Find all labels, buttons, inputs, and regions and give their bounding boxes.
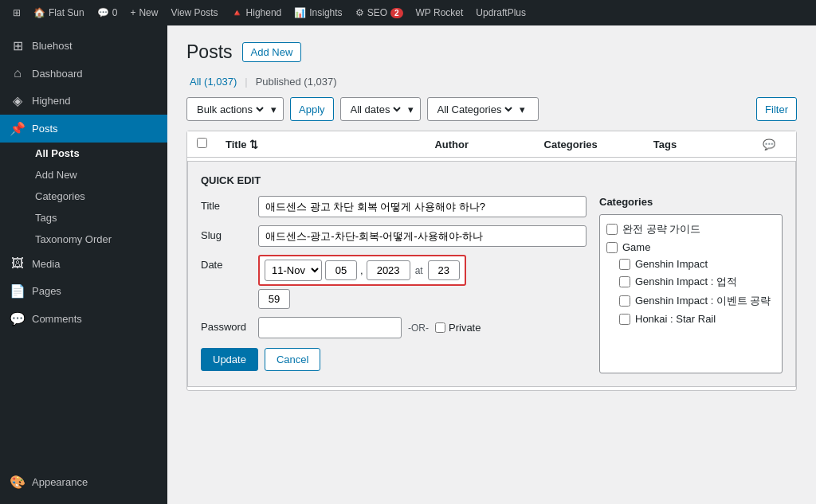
password-input[interactable] — [258, 317, 402, 338]
hour-input[interactable] — [428, 260, 460, 280]
date-inputs: 11-Nov , at — [258, 255, 466, 286]
minutes-input[interactable] — [258, 289, 290, 309]
filter-button[interactable]: Filter — [756, 97, 797, 121]
new-label: New — [139, 7, 158, 18]
slug-input[interactable] — [258, 225, 586, 247]
dates-select[interactable]: All dates — [347, 103, 403, 116]
quick-edit-left: Title Slug Date — [201, 196, 586, 373]
password-controls: -OR- Private — [258, 317, 481, 338]
date-field-label: Date — [201, 255, 249, 271]
sidebar-item-posts[interactable]: 📌 Posts — [0, 115, 167, 143]
date-comma: , — [360, 264, 363, 276]
submenu-taxonomy-order[interactable]: Taxonomy Order — [0, 229, 167, 250]
cat-checkbox-2[interactable] — [619, 259, 630, 270]
insights-label: Insights — [309, 7, 342, 18]
seo-button[interactable]: ⚙ SEO 2 — [349, 0, 410, 25]
categories-sub-label: Categories — [35, 190, 85, 202]
cat-label-3: Genshin Impact : 업적 — [635, 275, 737, 289]
bulk-actions-select[interactable]: Bulk actions — [194, 103, 266, 116]
cat-label-4: Genshin Impact : 이벤트 공략 — [635, 294, 771, 308]
submenu-tags[interactable]: Tags — [0, 207, 167, 229]
category-item[interactable]: 완전 공략 가이드 — [606, 220, 775, 239]
tags-sub-label: Tags — [35, 212, 57, 224]
quick-edit-right: Categories 완전 공략 가이드 Game — [599, 196, 783, 373]
category-item-sub[interactable]: Genshin Impact — [606, 256, 775, 272]
password-row: Password -OR- Private — [201, 317, 586, 338]
page-title: Posts — [186, 41, 233, 63]
insights-button[interactable]: 📊 Insights — [288, 0, 348, 25]
title-input[interactable] — [258, 196, 586, 217]
sidebar-item-highend[interactable]: ◈ Highend — [0, 87, 167, 115]
cat-label-2: Genshin Impact — [635, 258, 708, 270]
insights-icon: 📊 — [294, 7, 306, 18]
categories-select[interactable]: All Categories — [434, 103, 515, 116]
sidebar-item-dashboard[interactable]: ⌂ Dashboard — [0, 60, 167, 87]
cat-checkbox-1[interactable] — [606, 242, 618, 253]
tab-all[interactable]: All (1,037) — [186, 76, 240, 88]
cat-label-5: Honkai : Star Rail — [635, 313, 716, 325]
toolbar: Bulk actions ▾ Apply All dates ▾ All Cat… — [186, 97, 797, 121]
month-select[interactable]: 11-Nov — [265, 260, 322, 281]
comments-sidebar-icon: 💬 — [10, 311, 26, 326]
tab-published[interactable]: Published (1,037) — [253, 76, 340, 88]
select-all-checkbox[interactable] — [197, 138, 216, 150]
cat-checkbox-5[interactable] — [619, 314, 630, 325]
highend-button[interactable]: 🔺 Highend — [225, 0, 288, 25]
sidebar-item-label: Pages — [32, 285, 61, 297]
sidebar-item-label: Appearance — [32, 476, 88, 488]
submenu-categories[interactable]: Categories — [0, 186, 167, 207]
view-posts-button[interactable]: View Posts — [164, 0, 224, 25]
category-item-sub[interactable]: Genshin Impact : 이벤트 공략 — [606, 291, 775, 311]
sidebar-item-appearance[interactable]: 🎨 Appearance — [0, 468, 151, 496]
date-row: Date 11-Nov , at — [201, 255, 586, 309]
select-all-input[interactable] — [197, 138, 207, 148]
site-name-label: Flat Sun — [49, 7, 84, 18]
cat-checkbox-0[interactable] — [606, 224, 618, 235]
updraftplus-button[interactable]: UpdraftPlus — [469, 0, 532, 25]
category-item[interactable]: Game — [606, 239, 775, 256]
pages-icon: 📄 — [10, 283, 26, 299]
password-field-label: Password — [201, 317, 249, 333]
site-name-button[interactable]: 🏠 Flat Sun — [27, 0, 91, 25]
submenu-add-new[interactable]: Add New — [0, 164, 167, 186]
private-text: Private — [449, 322, 481, 334]
sidebar-item-label: Comments — [32, 313, 82, 325]
chevron-down-icon-dates: ▾ — [408, 104, 414, 115]
comments-button[interactable]: 💬 0 — [91, 0, 124, 25]
cancel-button[interactable]: Cancel — [265, 348, 320, 371]
sidebar-item-media[interactable]: 🖼 Media — [0, 250, 167, 277]
update-button[interactable]: Update — [201, 348, 258, 371]
chevron-down-icon: ▾ — [271, 104, 277, 115]
categories-list[interactable]: 완전 공략 가이드 Game Genshin Impact — [599, 214, 783, 373]
title-field-label: Title — [201, 196, 249, 212]
category-item-sub[interactable]: Honkai : Star Rail — [606, 311, 775, 327]
sidebar-item-bluehost[interactable]: ⊞ Bluehost — [0, 32, 167, 60]
category-item-sub[interactable]: Genshin Impact : 업적 — [606, 272, 775, 291]
apply-button[interactable]: Apply — [290, 97, 334, 121]
taxonomy-order-label: Taxonomy Order — [35, 233, 112, 245]
title-column-header[interactable]: Title ⇅ — [226, 139, 425, 150]
seo-icon: ⚙ — [355, 7, 364, 18]
sidebar-item-label: Media — [32, 258, 60, 270]
sidebar-item-pages[interactable]: 📄 Pages — [0, 277, 167, 305]
author-column-header: Author — [434, 139, 534, 150]
private-checkbox[interactable] — [435, 322, 445, 333]
home-icon: 🏠 — [33, 7, 45, 18]
cat-checkbox-4[interactable] — [619, 295, 630, 307]
sidebar-item-comments[interactable]: 💬 Comments — [0, 305, 167, 333]
year-input[interactable] — [367, 260, 410, 280]
wp-logo-button[interactable]: ⊞ — [6, 0, 27, 25]
table-header: Title ⇅ Author Categories Tags 💬 — [187, 131, 796, 158]
bulk-actions-dropdown[interactable]: Bulk actions ▾ — [186, 97, 284, 121]
categories-dropdown[interactable]: All Categories ▾ — [427, 97, 539, 121]
seo-badge: 2 — [390, 8, 403, 18]
add-new-button[interactable]: Add New — [242, 42, 302, 62]
day-input[interactable] — [325, 260, 357, 280]
page-header: Posts Add New — [186, 41, 797, 63]
dates-dropdown[interactable]: All dates ▾ — [340, 97, 421, 121]
cat-checkbox-3[interactable] — [619, 276, 630, 287]
categories-column-header: Categories — [544, 139, 644, 150]
submenu-all-posts[interactable]: All Posts — [0, 143, 167, 164]
new-button[interactable]: + New — [124, 0, 164, 25]
wprocket-button[interactable]: WP Rocket — [410, 0, 470, 25]
